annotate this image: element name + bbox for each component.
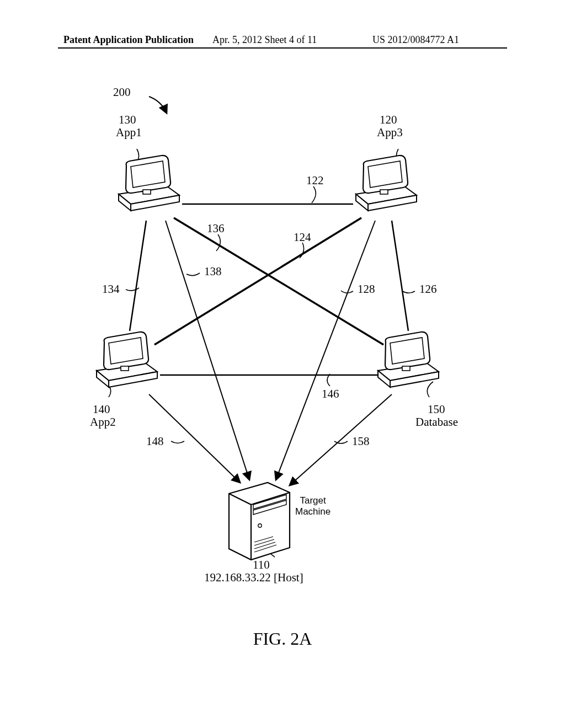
lead-146 [327,374,330,386]
system-pointer-arrow [149,97,167,113]
label-target-machine: Target Machine [295,495,331,517]
workstation-icon [378,332,439,387]
ref-140: 140 [93,403,110,416]
edge-126 [392,221,408,331]
ref-150: 150 [428,403,445,416]
label-app1: App1 [116,126,142,139]
lead-128 [341,291,353,293]
diagram-svg [0,0,565,728]
svg-point-19 [258,524,262,527]
ref-126: 126 [419,282,437,296]
workstation-icon [356,156,417,211]
edge-158 [290,394,392,485]
ref-158: 158 [352,435,370,448]
ref-138: 138 [204,265,222,278]
lead-134 [126,288,139,291]
lead-150 [427,382,433,397]
svg-marker-16 [229,483,290,560]
label-app3: App3 [377,126,403,139]
lead-136 [216,234,220,251]
edge-134 [130,221,146,331]
lead-138 [186,273,200,276]
ref-200: 200 [113,85,131,99]
page: Patent Application Publication Apr. 5, 2… [0,0,565,728]
ref-148: 148 [146,435,164,448]
edge-138 [166,221,249,480]
workstation-icon [119,156,179,211]
label-database: Database [415,415,458,429]
svg-rect-3 [143,190,151,194]
svg-rect-15 [402,366,410,371]
svg-rect-7 [380,190,388,194]
ref-110: 110 [253,558,270,571]
label-app2: App2 [90,415,116,429]
svg-rect-11 [121,366,129,371]
lead-126 [402,291,415,293]
label-target-host: 192.168.33.22 [Host] [204,571,303,584]
ref-146: 146 [322,387,339,400]
lead-122 [312,186,316,203]
ref-128: 128 [358,282,375,296]
ref-120: 120 [380,113,397,126]
ref-136: 136 [207,222,225,235]
server-icon [229,483,290,560]
figure-caption: FIG. 2A [0,629,565,649]
ref-134: 134 [102,282,120,296]
ref-122: 122 [306,174,324,187]
lead-148 [171,441,184,443]
ref-130: 130 [119,113,136,126]
workstation-icon [97,332,157,387]
ref-124: 124 [294,231,311,244]
